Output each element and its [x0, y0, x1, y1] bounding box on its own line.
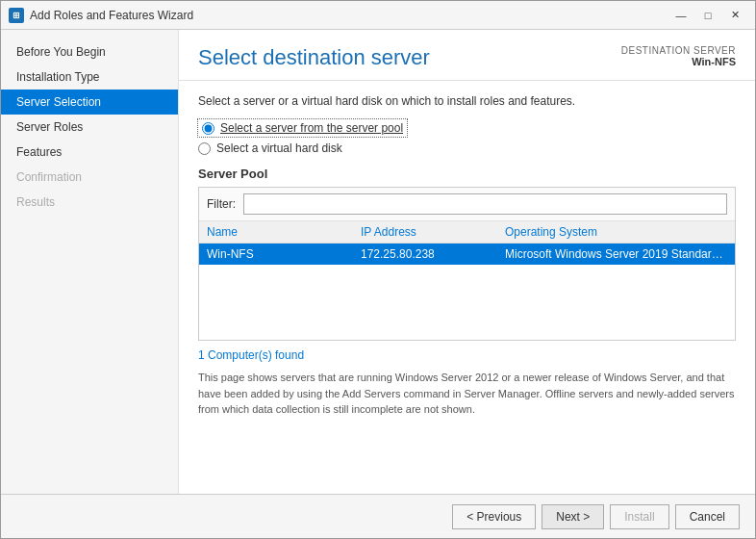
sidebar-item-features[interactable]: Features: [1, 140, 178, 165]
content-header: Select destination server DESTINATION SE…: [179, 30, 755, 81]
radio-server-pool[interactable]: Select a server from the server pool: [198, 119, 407, 137]
destination-value: Win-NFS: [621, 56, 736, 67]
cell-ip: 172.25.80.238: [361, 247, 505, 261]
sidebar-item-installation-type[interactable]: Installation Type: [1, 64, 178, 90]
cancel-button[interactable]: Cancel: [675, 504, 740, 529]
content-body: Select a server or a virtual hard disk o…: [179, 81, 755, 494]
radio-server-pool-label: Select a server from the server pool: [220, 121, 403, 135]
radio-virtual-disk[interactable]: Select a virtual hard disk: [198, 141, 736, 155]
sidebar-item-confirmation: Confirmation: [1, 165, 178, 190]
next-button[interactable]: Next >: [542, 504, 604, 529]
filter-input[interactable]: [243, 193, 727, 215]
titlebar-controls: — □ ✕: [668, 6, 747, 25]
radio-group: Select a server from the server pool Sel…: [198, 119, 736, 155]
page-title: Select destination server: [198, 45, 430, 70]
radio-virtual-disk-label: Select a virtual hard disk: [216, 141, 342, 155]
filter-row: Filter:: [199, 188, 735, 221]
col-os[interactable]: Operating System: [505, 225, 727, 239]
close-button[interactable]: ✕: [722, 6, 747, 25]
main-content: Before You Begin Installation Type Serve…: [1, 30, 755, 494]
titlebar: ⊞ Add Roles and Features Wizard — □ ✕: [1, 1, 755, 30]
sidebar-item-results: Results: [1, 190, 178, 215]
sidebar-item-server-roles[interactable]: Server Roles: [1, 115, 178, 140]
install-button: Install: [610, 504, 668, 529]
destination-server: DESTINATION SERVER Win-NFS: [621, 45, 736, 67]
cell-os: Microsoft Windows Server 2019 Standard E…: [505, 247, 727, 261]
table-header: Name IP Address Operating System: [199, 221, 735, 244]
col-name[interactable]: Name: [207, 225, 361, 239]
cell-name: Win-NFS: [207, 247, 361, 261]
info-text: This page shows servers that are running…: [198, 370, 736, 418]
app-icon: ⊞: [9, 8, 24, 23]
footer: < Previous Next > Install Cancel: [1, 494, 755, 538]
server-pool: Filter: Name IP Address Operating System…: [198, 187, 736, 341]
destination-label: DESTINATION SERVER: [621, 45, 736, 56]
server-pool-title: Server Pool: [198, 167, 736, 181]
minimize-button[interactable]: —: [668, 6, 693, 25]
sidebar-item-server-selection[interactable]: Server Selection: [1, 90, 178, 115]
radio-virtual-disk-input[interactable]: [198, 142, 211, 155]
titlebar-left: ⊞ Add Roles and Features Wizard: [9, 8, 193, 23]
wizard-window: ⊞ Add Roles and Features Wizard — □ ✕ Be…: [0, 0, 756, 539]
table-row[interactable]: Win-NFS 172.25.80.238 Microsoft Windows …: [199, 244, 735, 265]
maximize-button[interactable]: □: [695, 6, 720, 25]
radio-server-pool-input[interactable]: [202, 122, 214, 135]
table-body: Win-NFS 172.25.80.238 Microsoft Windows …: [199, 244, 735, 340]
description-text: Select a server or a virtual hard disk o…: [198, 94, 736, 108]
sidebar: Before You Begin Installation Type Serve…: [1, 30, 179, 494]
computers-found: 1 Computer(s) found: [198, 348, 736, 362]
filter-label: Filter:: [207, 197, 238, 211]
col-ip[interactable]: IP Address: [361, 225, 505, 239]
sidebar-item-before-you-begin[interactable]: Before You Begin: [1, 39, 178, 64]
previous-button[interactable]: < Previous: [452, 504, 536, 529]
window-title: Add Roles and Features Wizard: [30, 9, 193, 22]
content-area: Select destination server DESTINATION SE…: [179, 30, 755, 494]
